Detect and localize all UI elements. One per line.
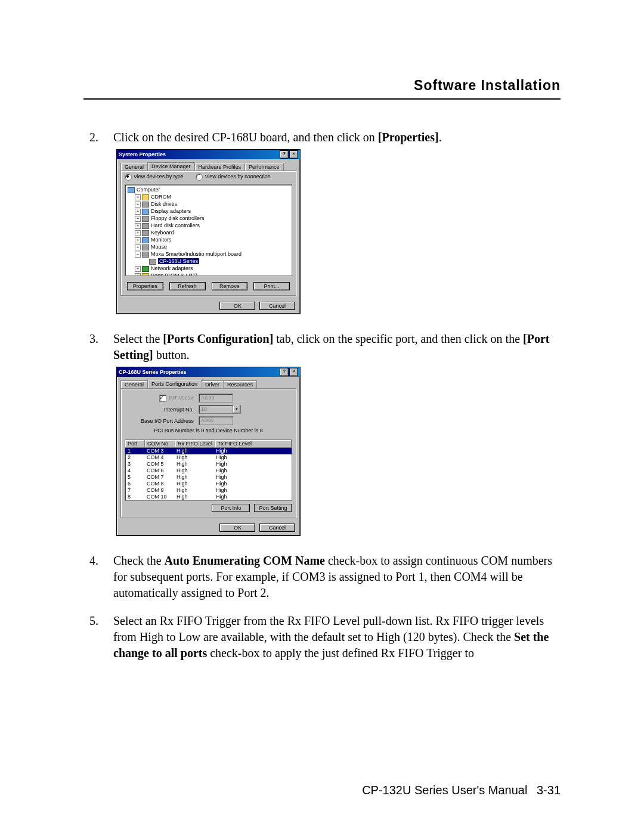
pci-bus-note: PCI Bus Number is 0 and Device Number is…	[128, 428, 289, 433]
cell: 1	[125, 448, 144, 454]
close-icon[interactable]: ×	[289, 150, 298, 159]
table-row[interactable]: 5 COM 7 High High	[125, 474, 292, 481]
port-info-button[interactable]: Port Info	[212, 504, 250, 512]
device-icon	[142, 266, 149, 272]
cell: 8	[125, 494, 144, 500]
step-4: 4. Check the Auto Enumerating COM Name c…	[83, 553, 561, 601]
tab-device-manager[interactable]: Device Manager	[147, 162, 195, 171]
int-vector-checkbox[interactable]	[159, 395, 166, 402]
tab-general[interactable]: General	[120, 380, 148, 389]
step-text: Click on the desired CP-168U board, and …	[113, 131, 378, 144]
cancel-button[interactable]: Cancel	[259, 302, 295, 310]
radio-icon	[125, 174, 132, 181]
cell: High	[213, 454, 292, 461]
ok-button[interactable]: OK	[219, 524, 255, 532]
table-row[interactable]: 2 COM 4 High High	[125, 454, 292, 461]
cell: 7	[125, 487, 144, 494]
col-rx: Rx FIFO Level	[175, 440, 215, 448]
base-io-field: A000	[199, 416, 233, 425]
cell: 5	[125, 474, 144, 481]
tree-item-selected[interactable]: CP-168U Series	[158, 258, 199, 264]
table-row[interactable]: 1 COM 3 High High	[125, 448, 292, 454]
device-icon	[142, 216, 149, 222]
cell: COM 4	[144, 454, 174, 461]
cell: COM 3	[144, 448, 174, 454]
properties-button[interactable]: Properties	[127, 282, 163, 290]
tree-item[interactable]: Ports (COM & LPT)	[151, 272, 197, 276]
tree-item[interactable]: Network adapters	[151, 265, 193, 271]
radio-label: View devices by connection	[205, 174, 270, 179]
cell: High	[213, 487, 292, 494]
cell: High	[174, 448, 213, 454]
help-icon[interactable]: ?	[280, 150, 289, 159]
close-icon[interactable]: ×	[289, 368, 298, 376]
table-row[interactable]: 8 COM 10 High High	[125, 494, 292, 500]
tree-item[interactable]: Computer	[137, 187, 160, 193]
expand-icon[interactable]: +	[135, 230, 141, 236]
int-vector-label: INT Vector	[169, 395, 194, 401]
cell: High	[213, 461, 292, 467]
expand-icon[interactable]: +	[135, 209, 141, 215]
device-icon	[142, 273, 149, 276]
tab-strip: General Device Manager Hardware Profiles…	[120, 162, 296, 171]
tab-resources[interactable]: Resources	[223, 380, 257, 389]
step-text: check-box to apply the just defined Rx F…	[207, 646, 474, 659]
help-icon[interactable]: ?	[280, 368, 289, 376]
step-text: Select the	[113, 332, 163, 345]
radio-icon	[196, 174, 203, 181]
tree-item[interactable]: Monitors	[151, 237, 172, 243]
ports-table: Port COM No. Rx FIFO Level Tx FIFO Level…	[125, 439, 292, 501]
cell: COM 5	[144, 461, 174, 467]
cell: COM 6	[144, 467, 174, 474]
step-5: 5. Select an Rx FIFO Trigger from the Rx…	[83, 613, 561, 661]
expand-icon[interactable]: +	[135, 223, 141, 229]
tree-item[interactable]: CDROM	[151, 194, 171, 200]
table-row[interactable]: 3 COM 5 High High	[125, 461, 292, 467]
chevron-down-icon[interactable]: ▾	[233, 405, 241, 414]
cancel-button[interactable]: Cancel	[259, 524, 295, 532]
radio-view-connection[interactable]: View devices by connection	[196, 174, 270, 179]
cell: High	[213, 474, 292, 481]
tree-item[interactable]: Floppy disk controllers	[151, 215, 205, 221]
interrupt-no-label: Interrupt No.	[128, 407, 199, 413]
tab-performance[interactable]: Performance	[244, 163, 284, 171]
tab-general[interactable]: General	[120, 163, 148, 171]
tab-hardware-profiles[interactable]: Hardware Profiles	[194, 163, 246, 171]
refresh-button[interactable]: Refresh	[169, 282, 206, 290]
tree-item[interactable]: Keyboard	[151, 230, 174, 236]
expand-icon[interactable]: +	[135, 216, 141, 222]
device-icon	[142, 244, 149, 250]
remove-button[interactable]: Remove	[212, 282, 248, 290]
expand-icon[interactable]: +	[135, 273, 141, 276]
step-text: .	[439, 131, 442, 144]
cell: High	[174, 494, 213, 500]
tree-item[interactable]: Display adapters	[151, 208, 191, 214]
print-button[interactable]: Print...	[253, 282, 290, 290]
ok-button[interactable]: OK	[219, 302, 255, 310]
device-tree[interactable]: Computer +CDROM +Disk drives +Display ad…	[125, 184, 292, 276]
radio-view-type[interactable]: View devices by type	[125, 174, 184, 179]
tree-item[interactable]: Mouse	[151, 244, 167, 250]
tree-item[interactable]: Disk drives	[151, 201, 177, 207]
base-io-label: Base I/O Port Address	[128, 418, 199, 424]
tab-driver[interactable]: Driver	[201, 380, 224, 389]
expand-icon[interactable]: +	[135, 237, 141, 243]
expand-icon[interactable]: +	[135, 244, 141, 250]
cell: High	[174, 467, 213, 474]
table-row[interactable]: 7 COM 9 High High	[125, 487, 292, 494]
port-setting-button[interactable]: Port Setting	[254, 504, 292, 512]
cell: High	[174, 487, 213, 494]
expand-icon[interactable]: +	[135, 202, 141, 208]
col-tx: Tx FIFO Level	[215, 440, 292, 448]
expand-icon[interactable]: +	[135, 266, 141, 272]
tree-item[interactable]: Moxa Smartio/Industio multiport board	[151, 251, 242, 257]
tree-item[interactable]: Hard disk controllers	[151, 222, 200, 228]
expand-icon[interactable]: +	[135, 194, 141, 200]
table-row[interactable]: 6 COM 8 High High	[125, 481, 292, 487]
footer-text: CP-132U Series User's Manual	[362, 784, 527, 797]
table-row[interactable]: 4 COM 6 High High	[125, 467, 292, 474]
interrupt-no-field: 10	[199, 405, 233, 414]
tab-ports-configuration[interactable]: Ports Configuration	[147, 380, 202, 388]
collapse-icon[interactable]: −	[135, 252, 141, 258]
page-number: 3-31	[537, 784, 561, 797]
